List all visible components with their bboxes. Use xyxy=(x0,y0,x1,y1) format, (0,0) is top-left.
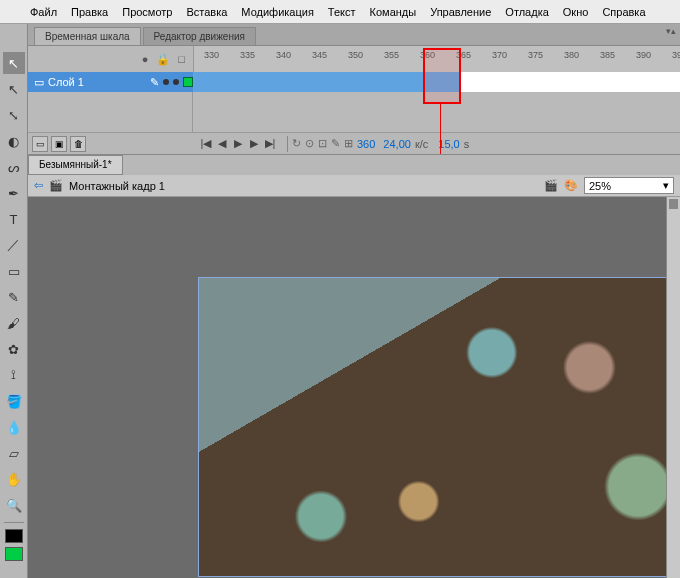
scene-clapper-icon: 🎬 xyxy=(49,179,63,192)
new-layer-button[interactable]: ▭ xyxy=(32,136,48,152)
tab-motion-editor[interactable]: Редактор движения xyxy=(143,27,256,45)
layer-row[interactable]: ▭ Слой 1 ✎ xyxy=(28,72,680,92)
tool-zoom[interactable]: 🔍 xyxy=(3,494,25,516)
menu-window[interactable]: Окно xyxy=(563,6,589,18)
onion-skin-icon[interactable]: ⊙ xyxy=(305,137,314,150)
fps-unit: к/с xyxy=(415,138,428,150)
stage-canvas-image[interactable] xyxy=(198,277,680,577)
playback-controls: |◀ ◀ ▶ ▶ ▶| xyxy=(193,137,283,150)
layer-edit-icon: ✎ xyxy=(150,76,159,89)
ruler-tick: 350 xyxy=(348,50,363,60)
menu-file[interactable]: Файл xyxy=(30,6,57,18)
fps-value[interactable]: 24,00 xyxy=(383,138,411,150)
new-folder-button[interactable]: ▣ xyxy=(51,136,67,152)
tool-pencil[interactable]: ✎ xyxy=(3,286,25,308)
tool-arrow[interactable]: ↖ xyxy=(3,52,25,74)
goto-last-button[interactable]: ▶| xyxy=(263,137,277,150)
playhead-line xyxy=(440,104,441,154)
chevron-down-icon: ▾ xyxy=(663,179,669,192)
annotation-highlight-box xyxy=(423,48,461,104)
timeline-panel: ● 🔒 □ 3303353403453503553603653703753803… xyxy=(28,46,680,155)
tool-bone[interactable]: ⟟ xyxy=(3,364,25,386)
layer-column-headers: ● 🔒 □ xyxy=(28,53,193,66)
tool-brush[interactable]: 🖌 xyxy=(3,312,25,334)
tool-line[interactable]: ／ xyxy=(3,234,25,256)
tool-deco[interactable]: ✿ xyxy=(3,338,25,360)
ruler-tick: 345 xyxy=(312,50,327,60)
document-tab[interactable]: Безымянный-1* xyxy=(28,155,123,175)
edit-scene-icon[interactable]: 🎬 xyxy=(544,179,558,192)
tool-subselect[interactable]: ↖ xyxy=(3,78,25,100)
ruler-tick: 375 xyxy=(528,50,543,60)
ruler-tick: 355 xyxy=(384,50,399,60)
frames-empty xyxy=(459,72,680,92)
tool-3d-rotate[interactable]: ◐ xyxy=(3,130,25,152)
menu-commands[interactable]: Команды xyxy=(370,6,417,18)
zoom-select[interactable]: 25% ▾ xyxy=(584,177,674,194)
ruler-tick: 340 xyxy=(276,50,291,60)
fill-color-swatch[interactable] xyxy=(5,547,23,561)
layer-type-icon: ▭ xyxy=(34,76,44,89)
menu-help[interactable]: Справка xyxy=(602,6,645,18)
ruler-tick: 395 xyxy=(672,50,680,60)
tool-free-transform[interactable]: ⤡ xyxy=(3,104,25,126)
tool-ink[interactable]: 💧 xyxy=(3,416,25,438)
outline-column-icon[interactable]: □ xyxy=(178,53,185,66)
ruler-tick: 370 xyxy=(492,50,507,60)
tool-pen[interactable]: ✒ xyxy=(3,182,25,204)
ruler-tick: 330 xyxy=(204,50,219,60)
play-button[interactable]: ▶ xyxy=(231,137,245,150)
scene-label[interactable]: Монтажный кадр 1 xyxy=(69,180,165,192)
ruler-tick: 380 xyxy=(564,50,579,60)
lock-column-icon[interactable]: 🔒 xyxy=(156,53,170,66)
tab-timeline[interactable]: Временная шкала xyxy=(34,27,141,45)
menu-control[interactable]: Управление xyxy=(430,6,491,18)
ruler-tick: 390 xyxy=(636,50,651,60)
tool-rect[interactable]: ▭ xyxy=(3,260,25,282)
current-frame-value[interactable]: 360 xyxy=(357,138,375,150)
scene-back-icon[interactable]: ⇦ xyxy=(34,179,43,192)
menu-view[interactable]: Просмотр xyxy=(122,6,172,18)
layer-visible-dot[interactable] xyxy=(163,79,169,85)
edit-symbol-icon[interactable]: 🎨 xyxy=(564,179,578,192)
tool-lasso[interactable]: ᔕ xyxy=(3,156,25,178)
step-back-button[interactable]: ◀ xyxy=(215,137,229,150)
tool-eraser[interactable]: ▱ xyxy=(3,442,25,464)
scene-bar: ⇦ 🎬 Монтажный кадр 1 🎬 🎨 25% ▾ xyxy=(28,175,680,197)
menu-edit[interactable]: Правка xyxy=(71,6,108,18)
stage-area[interactable] xyxy=(28,197,680,578)
ruler-tick: 335 xyxy=(240,50,255,60)
panel-tabs: Временная шкала Редактор движения xyxy=(28,24,680,46)
frames-filled xyxy=(194,72,459,92)
ruler-tick: 385 xyxy=(600,50,615,60)
visibility-column-icon[interactable]: ● xyxy=(142,53,149,66)
layer-lock-dot[interactable] xyxy=(173,79,179,85)
stage-vertical-scrollbar[interactable] xyxy=(666,197,680,578)
document-tabs: Безымянный-1* xyxy=(28,155,123,175)
menubar: Файл Правка Просмотр Вставка Модификация… xyxy=(0,0,680,24)
loop-icon[interactable]: ↻ xyxy=(292,137,301,150)
delete-layer-button[interactable]: 🗑 xyxy=(70,136,86,152)
tool-hand[interactable]: ✋ xyxy=(3,468,25,490)
layer-name[interactable]: Слой 1 xyxy=(48,76,84,88)
menu-insert[interactable]: Вставка xyxy=(186,6,227,18)
timeline-footer: ▭ ▣ 🗑 |◀ ◀ ▶ ▶ ▶| ↻ ⊙ ⊡ ✎ ⊞ 360 24,00 к/… xyxy=(28,132,680,154)
onion-outline-icon[interactable]: ⊡ xyxy=(318,137,327,150)
zoom-value: 25% xyxy=(589,180,611,192)
time-unit: s xyxy=(464,138,470,150)
stroke-color-swatch[interactable] xyxy=(5,529,23,543)
tool-text[interactable]: T xyxy=(3,208,25,230)
panel-collapse-icon[interactable]: ▾▴ xyxy=(666,26,676,36)
menu-text[interactable]: Текст xyxy=(328,6,356,18)
menu-debug[interactable]: Отладка xyxy=(505,6,548,18)
center-frame-icon[interactable]: ⊞ xyxy=(344,137,353,150)
elapsed-time-value[interactable]: 15,0 xyxy=(438,138,459,150)
tools-panel: ↖↖⤡◐ᔕ✒T／▭✎🖌✿⟟🪣💧▱✋🔍 xyxy=(0,24,28,578)
menu-modify[interactable]: Модификация xyxy=(241,6,314,18)
tool-paint-bucket[interactable]: 🪣 xyxy=(3,390,25,412)
edit-multiple-icon[interactable]: ✎ xyxy=(331,137,340,150)
step-forward-button[interactable]: ▶ xyxy=(247,137,261,150)
layer-color-swatch[interactable] xyxy=(183,77,193,87)
goto-first-button[interactable]: |◀ xyxy=(199,137,213,150)
